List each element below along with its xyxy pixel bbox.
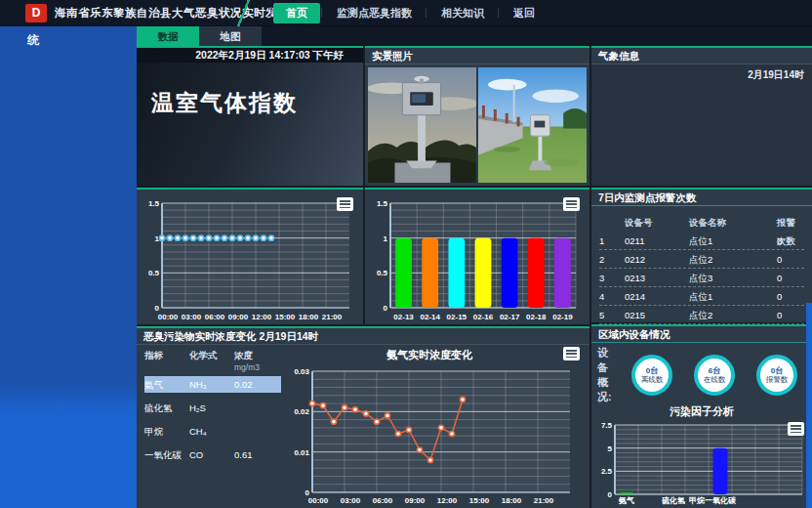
menu-item[interactable]: 返回: [501, 3, 548, 23]
pollutant-row[interactable]: 甲烷 CH₄: [144, 423, 281, 440]
current-datetime: 2022年2月19日 14:17:03 下午好: [137, 48, 363, 63]
device-no: 0215: [625, 306, 689, 324]
devices-panel-title: 区域内设备情况: [591, 326, 812, 343]
svg-text:09:00: 09:00: [405, 496, 426, 505]
device-no: 0214: [625, 287, 689, 306]
alarm-count: 0: [777, 250, 804, 269]
chart-toolbox-icon[interactable]: [337, 197, 353, 211]
row-index: 2: [599, 250, 625, 269]
panel-gas-index-chart: 00:0003:0006:0009:0012:0015:0018:0021:00…: [137, 188, 363, 324]
row-index: 1: [599, 232, 625, 250]
alarm-count: 0: [777, 306, 804, 324]
device-no: 0212: [625, 250, 689, 269]
row-index: 3: [599, 269, 625, 287]
pollutant-rows: 氨气 NH₃ 0.02 硫化氢 H₂S 甲烷 CH₄: [144, 376, 281, 463]
chart-toolbox-icon[interactable]: [563, 197, 580, 211]
alarm-table-row: 5 0215 点位2 0: [599, 306, 804, 324]
menu-item[interactable]: 首页: [273, 3, 320, 23]
factor-bar-chart: 氨气硫化氢甲烷一氧化碳02.557.5: [593, 420, 810, 506]
diagonal-accent: [226, 0, 260, 26]
panel-weather: 气象信息 2月19日14时: [591, 46, 812, 186]
page-edge-strip: [806, 303, 812, 508]
weather-body: 2月19日14时: [591, 64, 812, 186]
svg-text:1: 1: [384, 234, 388, 243]
pollutant-name: 甲烷: [144, 423, 189, 440]
panel-photos: 实景照片: [365, 46, 589, 186]
greenhouse-title: 温室气体指数: [151, 88, 298, 118]
main-menu: 首页 监测点恶臭指数 相关知识 返回: [271, 0, 549, 26]
device-no: 0213: [625, 269, 689, 287]
svg-text:12:00: 12:00: [252, 313, 272, 321]
pollutant-row[interactable]: 一氧化碳 CO 0.61: [144, 446, 281, 463]
device-stat-circle: 6台 在线数: [694, 355, 735, 396]
alarm-table-row: 1 0211 点位1 0: [599, 232, 804, 250]
weather-datetime: 2月19日14时: [591, 64, 812, 86]
device-stat-circle: 0台 离线数: [631, 355, 672, 396]
svg-text:2.5: 2.5: [601, 467, 613, 476]
alarm-count: 0: [777, 269, 804, 287]
panel-daily-index-chart: 02-1302-1402-1502-1602-1702-1802-1900.51…: [365, 188, 589, 324]
site-photo-field: [478, 67, 587, 183]
pollutants-panel-title: 恶臭污染物实时浓度变化 2月19日14时: [137, 328, 589, 345]
unit-row: mg/m3: [144, 362, 281, 372]
site-photo-dusk: [368, 67, 476, 183]
device-name: 点位3: [689, 269, 777, 287]
svg-text:0: 0: [384, 304, 388, 313]
svg-text:一氧化碳: 一氧化碳: [705, 496, 737, 505]
view-tabs: 数据 地图: [137, 26, 812, 46]
stat-count: 0台: [646, 366, 658, 375]
svg-text:21:00: 21:00: [322, 313, 343, 321]
chart-toolbox-icon[interactable]: [788, 422, 804, 436]
stat-label: 离线数: [641, 375, 664, 384]
pollutant-name: 硫化氢: [144, 400, 189, 416]
nh3-line-chart: 00:0003:0006:0009:0012:0015:0018:0021:00…: [283, 365, 584, 506]
app-title: 海南省乐东黎族自治县大气恶臭状况实时发布系: [55, 0, 301, 26]
svg-text:02-16: 02-16: [473, 313, 494, 321]
photo-strip: [368, 67, 587, 183]
col-indicator: 指标: [144, 350, 189, 362]
svg-text:0: 0: [608, 490, 613, 499]
field-photo-graphic: [478, 67, 587, 183]
menu-item[interactable]: 相关知识: [428, 3, 497, 23]
panel-pollutants: 恶臭污染物实时浓度变化 2月19日14时 指标 化学式 浓度 mg/m3 氨气 …: [137, 326, 589, 508]
panel-devices: 区域内设备情况 设备概况: 0台 离线数 6台 在线数: [591, 324, 812, 508]
svg-text:06:00: 06:00: [205, 313, 225, 321]
svg-text:0.01: 0.01: [294, 448, 309, 457]
device-name: 点位1: [689, 232, 777, 250]
pollutant-table: 指标 化学式 浓度 mg/m3 氨气 NH₃ 0.02: [144, 350, 281, 470]
daily-index-bar-chart: 02-1302-1402-1502-1602-1702-1802-1900.51…: [367, 193, 588, 322]
pollutant-row[interactable]: 硫化氢 H₂S: [144, 400, 281, 416]
pollutant-formula: CO: [189, 446, 234, 463]
view-tab[interactable]: 数据: [137, 26, 199, 46]
top-navbar: D 海南省乐东黎族自治县大气恶臭状况实时发布系 首页 监测点恶臭指数 相关知识 …: [0, 0, 812, 26]
view-tab[interactable]: 地图: [199, 26, 262, 46]
pollutant-formula: H₂S: [189, 400, 234, 416]
pollutant-formula: CH₄: [189, 423, 234, 440]
svg-text:1.5: 1.5: [377, 199, 388, 208]
device-name: 点位2: [689, 306, 777, 324]
svg-text:硫化氢: 硫化氢: [661, 496, 685, 505]
pollutant-table-header: 指标 化学式 浓度: [144, 350, 281, 362]
svg-text:02-18: 02-18: [526, 313, 547, 321]
svg-text:5: 5: [608, 444, 613, 453]
nh3-chart-title: 氨气实时浓度变化: [283, 348, 576, 362]
menu-item[interactable]: 监测点恶臭指数: [324, 3, 425, 23]
svg-text:1.5: 1.5: [148, 199, 160, 208]
alarm-panel-title: 7日内监测点报警次数: [591, 190, 812, 206]
stat-count: 6台: [709, 366, 720, 375]
svg-text:18:00: 18:00: [502, 496, 522, 505]
device-overview: 设备概况: 0台 离线数 6台 在线数: [597, 350, 808, 401]
chart-toolbox-icon[interactable]: [563, 347, 580, 360]
svg-text:00:00: 00:00: [158, 313, 179, 321]
panel-greenhouse-index: 2022年2月19日 14:17:03 下午好 温室气体指数: [137, 46, 363, 186]
svg-text:0.5: 0.5: [148, 269, 160, 277]
pollutant-name: 一氧化碳: [144, 446, 189, 463]
col-formula: 化学式: [189, 350, 234, 362]
svg-text:0.02: 0.02: [294, 407, 309, 416]
pollutant-formula: NH₃: [189, 376, 234, 393]
svg-text:18:00: 18:00: [299, 313, 319, 321]
alarm-table-row: 2 0212 点位2 0: [599, 250, 804, 269]
unit-label: mg/m3: [234, 362, 277, 372]
svg-text:7.5: 7.5: [601, 421, 613, 430]
pollutant-row[interactable]: 氨气 NH₃ 0.02: [144, 376, 281, 393]
